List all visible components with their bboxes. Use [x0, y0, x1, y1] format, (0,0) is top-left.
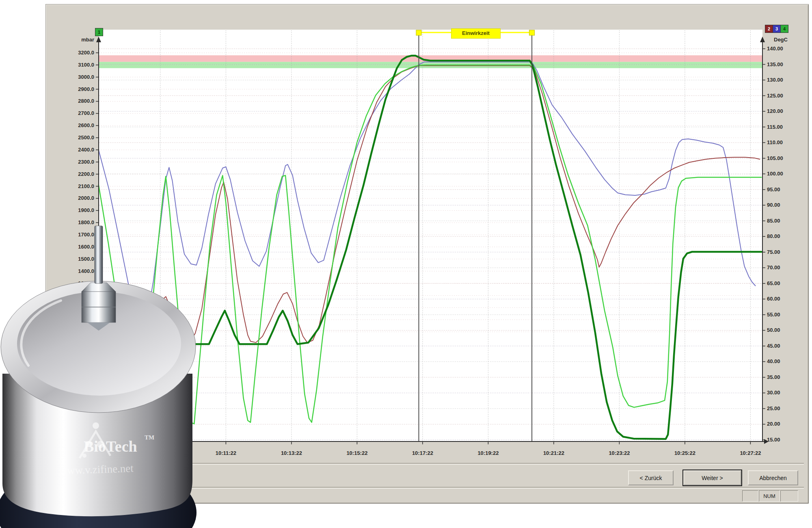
svg-text:3000.0: 3000.0 — [78, 74, 94, 80]
svg-text:20.00: 20.00 — [767, 421, 780, 427]
svg-text:105.00: 105.00 — [767, 155, 783, 161]
svg-text:55.00: 55.00 — [767, 312, 780, 318]
svg-text:1900.0: 1900.0 — [78, 207, 94, 213]
back-button[interactable]: < Zurück — [628, 470, 674, 485]
svg-text:10:21:22: 10:21:22 — [543, 450, 564, 456]
svg-text:35.00: 35.00 — [767, 374, 780, 380]
channel-4-indicator: 4 — [780, 25, 788, 33]
svg-text:1800.0: 1800.0 — [78, 219, 94, 225]
cursor-handle-2[interactable] — [529, 30, 535, 35]
channel-2-indicator: 2 — [765, 25, 773, 33]
svg-text:2000.0: 2000.0 — [78, 195, 94, 201]
channel-3-indicator: 3 — [773, 25, 781, 33]
svg-text:1400.0: 1400.0 — [78, 268, 94, 274]
divider-groove-bottom — [49, 487, 804, 489]
degc-axis-label: DegC — [774, 37, 788, 43]
svg-text:1500.0: 1500.0 — [78, 256, 94, 262]
svg-text:50.00: 50.00 — [767, 327, 780, 333]
svg-text:120.00: 120.00 — [767, 108, 783, 114]
svg-text:10:15:22: 10:15:22 — [346, 450, 367, 456]
svg-text:10:27:22: 10:27:22 — [740, 450, 761, 456]
svg-text:65.00: 65.00 — [767, 280, 780, 286]
svg-text:3100.0: 3100.0 — [78, 62, 94, 68]
svg-text:95.00: 95.00 — [767, 186, 780, 193]
svg-text:3200.0: 3200.0 — [78, 50, 94, 56]
svg-text:1000.0: 1000.0 — [78, 316, 94, 322]
svg-text:140.00: 140.00 — [767, 45, 783, 52]
svg-text:2400.0: 2400.0 — [78, 147, 94, 153]
svg-text:100.00: 100.00 — [767, 171, 783, 177]
svg-text:15.00: 15.00 — [767, 437, 780, 443]
svg-text:2900.0: 2900.0 — [78, 86, 94, 92]
svg-text:2600.0: 2600.0 — [78, 122, 94, 128]
svg-text:70.00: 70.00 — [767, 264, 780, 270]
svg-text:30.00: 30.00 — [767, 390, 780, 396]
mbar-axis-label: mbar — [81, 37, 94, 43]
svg-text:60.00: 60.00 — [767, 296, 780, 302]
svg-text:10:25:22: 10:25:22 — [674, 450, 695, 456]
svg-text:115.00: 115.00 — [767, 124, 783, 130]
svg-text:10:13:22: 10:13:22 — [281, 450, 302, 456]
svg-text:1300.0: 1300.0 — [78, 280, 94, 286]
next-button[interactable]: Weiter > — [683, 470, 741, 485]
cursor-handle-1[interactable] — [416, 30, 421, 35]
svg-text:10:11:22: 10:11:22 — [216, 450, 236, 456]
status-pane-num: NUM — [759, 490, 780, 502]
svg-text:1700.0: 1700.0 — [78, 232, 94, 238]
einwirkzeit-cursor-label[interactable]: Einwirkzeit — [451, 28, 501, 39]
svg-text:45.00: 45.00 — [767, 343, 780, 349]
svg-text:2700.0: 2700.0 — [78, 110, 94, 116]
svg-text:40.00: 40.00 — [767, 358, 780, 364]
svg-text:80.00: 80.00 — [767, 233, 780, 239]
svg-text:10:17:22: 10:17:22 — [412, 450, 433, 456]
svg-text:10:19:22: 10:19:22 — [477, 450, 499, 456]
svg-text:25.00: 25.00 — [767, 405, 780, 411]
svg-text:90.00: 90.00 — [767, 202, 780, 208]
channel-1-indicator: 1 — [95, 28, 103, 36]
svg-text:75.00: 75.00 — [767, 249, 780, 255]
divider-groove-top — [49, 463, 804, 465]
svg-text:2200.0: 2200.0 — [78, 171, 94, 177]
svg-text:1600.0: 1600.0 — [78, 244, 94, 250]
svg-text:2500.0: 2500.0 — [78, 134, 94, 141]
svg-text:10:23:22: 10:23:22 — [609, 450, 630, 456]
cancel-button[interactable]: Abbrechen — [748, 470, 798, 485]
chart-canvas: 3200.03100.03000.02900.02800.02700.02600… — [0, 0, 812, 528]
svg-text:2800.0: 2800.0 — [78, 98, 94, 104]
svg-text:1200.0: 1200.0 — [78, 292, 94, 298]
page: { "wizard": { "back_label": "< Zurück", … — [0, 0, 812, 528]
svg-text:2300.0: 2300.0 — [78, 159, 94, 165]
status-pane-left — [742, 490, 758, 502]
svg-text:900.0: 900.0 — [81, 329, 94, 335]
svg-text:110.00: 110.00 — [767, 139, 783, 145]
svg-text:135.00: 135.00 — [767, 61, 783, 67]
svg-text:2100.0: 2100.0 — [78, 183, 94, 189]
status-pane-right — [780, 490, 798, 502]
svg-text:1100.0: 1100.0 — [78, 304, 94, 310]
svg-text:125.00: 125.00 — [767, 93, 783, 99]
svg-text:85.00: 85.00 — [767, 218, 780, 224]
svg-text:130.00: 130.00 — [767, 77, 783, 83]
